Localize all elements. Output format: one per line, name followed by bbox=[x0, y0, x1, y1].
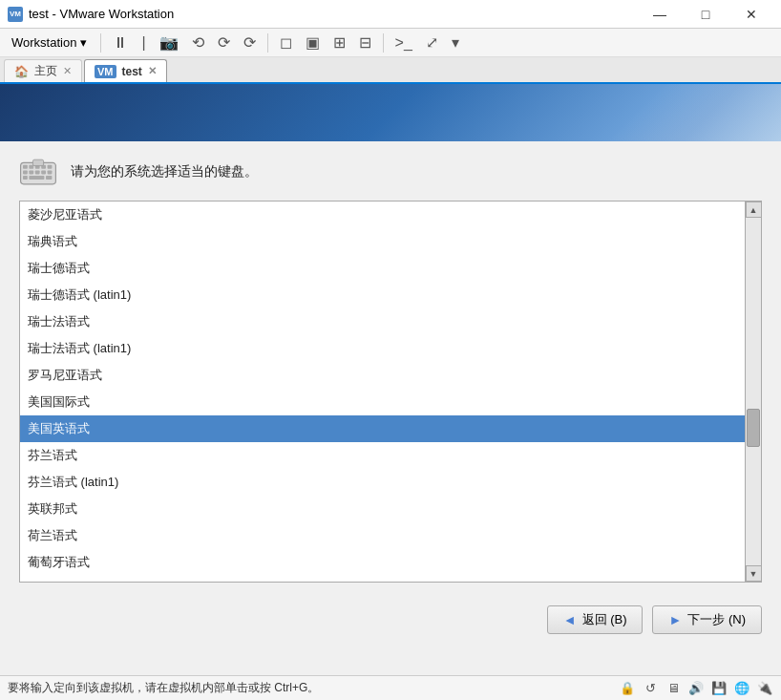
svg-rect-13 bbox=[46, 176, 52, 180]
workstation-label: Workstation bbox=[11, 35, 76, 50]
list-item[interactable]: 西班牙语式 bbox=[20, 576, 745, 582]
status-bar: 要将输入定向到该虚拟机，请在虚拟机内部单击或按 Ctrl+G。 🔒 ↺ 🖥 🔊 … bbox=[0, 675, 781, 700]
scrollbar[interactable]: ▲ ▼ bbox=[745, 202, 761, 582]
toolbar-view4[interactable]: ⊟ bbox=[353, 31, 377, 54]
status-icons: 🔒 ↺ 🖥 🔊 💾 🌐 🔌 bbox=[619, 680, 773, 697]
list-item[interactable]: 菱沙尼亚语式 bbox=[20, 202, 745, 228]
workstation-dropdown-arrow: ▾ bbox=[80, 35, 87, 50]
blue-banner bbox=[0, 84, 781, 141]
list-item[interactable]: 芬兰语式 (latin1) bbox=[20, 469, 745, 496]
next-button[interactable]: ► 下一步 (N) bbox=[652, 605, 762, 634]
svg-rect-11 bbox=[23, 176, 28, 180]
list-item[interactable]: 美国国际式 bbox=[20, 389, 745, 415]
toolbar-forward[interactable]: ⟳ bbox=[212, 31, 236, 54]
menu-divider-2 bbox=[267, 33, 268, 53]
tabs-bar: 🏠 主页 ✕ VM test ✕ bbox=[0, 57, 781, 84]
status-icon-display: 🖥 bbox=[665, 680, 682, 697]
toolbar-stretch[interactable]: ⤢ bbox=[420, 31, 444, 54]
scroll-track[interactable] bbox=[746, 218, 761, 565]
toolbar-pause[interactable]: ⏸ bbox=[107, 32, 134, 54]
test-tab-icon: VM bbox=[95, 65, 116, 78]
tab-test[interactable]: VM test ✕ bbox=[84, 59, 167, 82]
main-content: 请为您的系统选择适当的键盘。 菱沙尼亚语式瑞典语式瑞士德语式瑞士德语式 (lat… bbox=[0, 141, 781, 594]
home-tab-close[interactable]: ✕ bbox=[63, 65, 72, 77]
menu-divider-1 bbox=[100, 33, 101, 53]
list-item[interactable]: 瑞典语式 bbox=[20, 228, 745, 255]
toolbar-snapshot[interactable]: 📷 bbox=[154, 31, 184, 54]
next-label: 下一步 (N) bbox=[687, 611, 746, 628]
svg-rect-1 bbox=[23, 165, 28, 169]
list-item[interactable]: 荷兰语式 bbox=[20, 522, 745, 549]
toolbar-revert[interactable]: ⟲ bbox=[186, 31, 210, 54]
menu-bar: Workstation ▾ ⏸ | 📷 ⟲ ⟳ ⟳ ◻ ▣ ⊞ ⊟ >_ ⤢ ▾ bbox=[0, 29, 781, 57]
bottom-buttons: ◄ 返回 (B) ► 下一步 (N) bbox=[0, 594, 781, 644]
instruction-row: 请为您的系统选择适当的键盘。 bbox=[19, 157, 762, 187]
next-icon: ► bbox=[668, 612, 682, 627]
svg-rect-14 bbox=[32, 159, 43, 165]
status-icon-network: 🌐 bbox=[733, 680, 750, 697]
close-button[interactable]: ✕ bbox=[729, 0, 773, 29]
status-icon-speaker: 🔊 bbox=[687, 680, 705, 697]
toolbar-stretch-arrow[interactable]: ▾ bbox=[446, 31, 465, 54]
keyboard-list-container: 菱沙尼亚语式瑞典语式瑞士德语式瑞士德语式 (latin1)瑞士法语式瑞士法语式 … bbox=[19, 201, 762, 583]
keyboard-list[interactable]: 菱沙尼亚语式瑞典语式瑞士德语式瑞士德语式 (latin1)瑞士法语式瑞士法语式 … bbox=[20, 202, 745, 582]
list-item[interactable]: 美国英语式 bbox=[20, 415, 745, 442]
window-title: test - VMware Workstation bbox=[29, 7, 174, 21]
home-tab-label: 主页 bbox=[34, 63, 57, 79]
status-icon-lock: 🔒 bbox=[619, 680, 636, 697]
minimize-button[interactable]: — bbox=[638, 0, 682, 29]
home-tab-icon: 🏠 bbox=[14, 65, 29, 78]
scroll-thumb[interactable] bbox=[747, 409, 760, 447]
back-label: 返回 (B) bbox=[582, 611, 627, 628]
svg-rect-10 bbox=[48, 170, 53, 174]
instruction-text: 请为您的系统选择适当的键盘。 bbox=[71, 163, 258, 180]
test-tab-close[interactable]: ✕ bbox=[148, 65, 157, 77]
svg-rect-6 bbox=[23, 170, 28, 174]
back-button[interactable]: ◄ 返回 (B) bbox=[547, 605, 644, 634]
menu-divider-3 bbox=[383, 33, 384, 53]
status-icon-hdd: 💾 bbox=[710, 680, 728, 697]
app-icon: VM bbox=[8, 7, 23, 22]
toolbar-divider-btn: | bbox=[136, 32, 151, 54]
list-item[interactable]: 瑞士德语式 bbox=[20, 255, 745, 282]
list-item[interactable]: 瑞士法语式 (latin1) bbox=[20, 335, 745, 362]
list-item[interactable]: 瑞士德语式 (latin1) bbox=[20, 282, 745, 308]
svg-rect-9 bbox=[41, 170, 46, 174]
svg-rect-8 bbox=[35, 170, 40, 174]
toolbar-forward2[interactable]: ⟳ bbox=[238, 31, 262, 54]
keyboard-icon bbox=[19, 157, 57, 187]
svg-rect-5 bbox=[48, 165, 53, 169]
maximize-button[interactable]: □ bbox=[684, 0, 728, 29]
title-bar: VM test - VMware Workstation — □ ✕ bbox=[0, 0, 781, 29]
toolbar-view3[interactable]: ⊞ bbox=[327, 31, 351, 54]
toolbar-view1[interactable]: ◻ bbox=[274, 31, 298, 54]
test-tab-label: test bbox=[122, 65, 142, 78]
status-text: 要将输入定向到该虚拟机，请在虚拟机内部单击或按 Ctrl+G。 bbox=[8, 680, 319, 696]
toolbar-terminal[interactable]: >_ bbox=[390, 32, 418, 54]
workstation-menu[interactable]: Workstation ▾ bbox=[4, 32, 95, 53]
status-icon-usb: 🔌 bbox=[756, 680, 773, 697]
list-item[interactable]: 瑞士法语式 bbox=[20, 308, 745, 335]
status-icon-refresh: ↺ bbox=[642, 680, 659, 697]
scroll-down-arrow[interactable]: ▼ bbox=[746, 565, 762, 582]
tab-home[interactable]: 🏠 主页 ✕ bbox=[4, 59, 82, 82]
svg-rect-12 bbox=[29, 176, 44, 180]
list-item[interactable]: 芬兰语式 bbox=[20, 442, 745, 469]
toolbar-view2[interactable]: ▣ bbox=[300, 31, 326, 54]
window-controls: — □ ✕ bbox=[638, 0, 773, 29]
back-icon: ◄ bbox=[563, 612, 577, 627]
list-item[interactable]: 英联邦式 bbox=[20, 496, 745, 522]
list-item[interactable]: 罗马尼亚语式 bbox=[20, 362, 745, 389]
scroll-up-arrow[interactable]: ▲ bbox=[746, 202, 762, 218]
svg-rect-7 bbox=[29, 170, 33, 174]
list-item[interactable]: 葡萄牙语式 bbox=[20, 549, 745, 576]
